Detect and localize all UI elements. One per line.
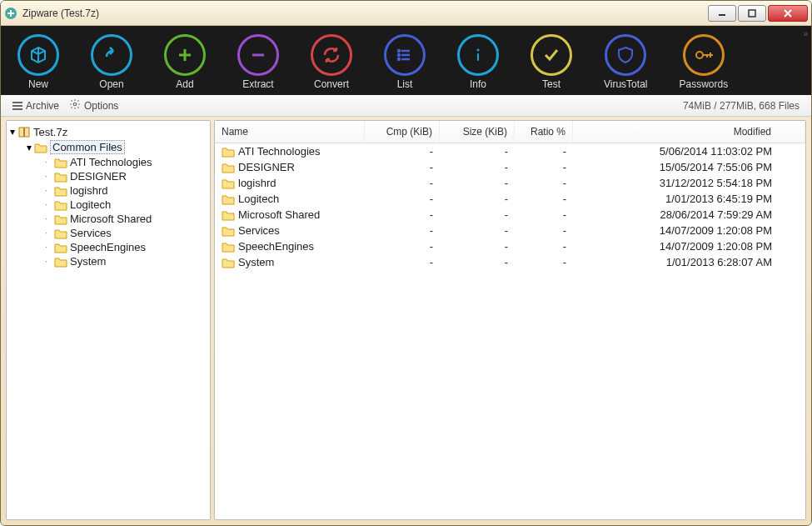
folder-icon — [222, 146, 235, 158]
new-button[interactable]: New — [17, 34, 59, 90]
row-ratio: - — [515, 160, 573, 174]
row-ratio: - — [515, 239, 573, 253]
row-size: - — [440, 208, 515, 222]
list-body[interactable]: ATI Technologies---5/06/2014 11:03:02 PM… — [215, 143, 805, 519]
row-modified: 1/01/2013 6:28:07 AM — [573, 255, 805, 269]
tree-node[interactable]: ·ATI Technologies — [43, 155, 208, 169]
list-row[interactable]: SpeechEngines---14/07/2009 1:20:08 PM — [215, 238, 805, 254]
open-button[interactable]: Open — [91, 34, 132, 90]
row-cmp: - — [365, 208, 440, 222]
archive-menu[interactable]: Archive — [7, 98, 64, 113]
col-header-name[interactable]: Name — [215, 121, 365, 143]
main-toolbar: » New Open Add Extract Convert List Info — [1, 26, 811, 95]
svg-point-4 — [398, 54, 400, 56]
svg-rect-7 — [477, 53, 479, 61]
col-header-ratio[interactable]: Ratio % — [515, 121, 573, 143]
test-button[interactable]: Test — [531, 34, 572, 90]
tree-node[interactable]: ·logishrd — [43, 183, 208, 198]
col-header-size[interactable]: Size (KiB) — [440, 121, 515, 143]
check-icon — [531, 34, 572, 76]
tree-bullet: · — [45, 228, 52, 238]
tree-label: Microsoft Shared — [70, 213, 152, 225]
tree-root[interactable]: ▾ Test.7z — [8, 124, 208, 139]
row-name: ATI Technologies — [238, 145, 321, 158]
virustotal-button[interactable]: VirusTotal — [604, 34, 647, 90]
list-row[interactable]: ATI Technologies---5/06/2014 11:03:02 PM — [215, 143, 805, 159]
list-row[interactable]: Microsoft Shared---28/06/2014 7:59:29 AM — [215, 207, 805, 223]
refresh-icon — [311, 34, 352, 76]
row-ratio: - — [515, 192, 573, 206]
tree-node[interactable]: ·Logitech — [43, 198, 208, 212]
folder-icon — [222, 178, 235, 189]
tree-node[interactable]: ·Services — [43, 226, 208, 240]
content-area: ▾ Test.7z ▾ Common Files ·ATI Technologi… — [1, 117, 811, 525]
svg-point-5 — [398, 58, 400, 60]
options-menu[interactable]: Options — [64, 97, 123, 114]
archive-icon — [17, 125, 31, 138]
svg-point-8 — [696, 52, 703, 58]
add-button[interactable]: Add — [164, 34, 206, 90]
tree-node[interactable]: ·DESIGNER — [43, 169, 208, 183]
extract-button[interactable]: Extract — [237, 34, 279, 90]
row-modified: 28/06/2014 7:59:29 AM — [573, 208, 805, 222]
row-size: - — [440, 223, 515, 238]
col-header-cmp[interactable]: Cmp (KiB) — [365, 121, 440, 143]
row-modified: 15/05/2014 7:55:06 PM — [573, 160, 805, 174]
row-size: - — [440, 239, 515, 253]
row-cmp: - — [365, 239, 440, 253]
close-button[interactable] — [768, 5, 808, 22]
minimize-button[interactable] — [708, 5, 736, 22]
tree-bullet: · — [45, 200, 52, 209]
row-ratio: - — [515, 176, 573, 190]
row-size: - — [440, 144, 515, 158]
folder-icon — [222, 162, 235, 173]
col-header-modified[interactable]: Modified — [573, 121, 805, 143]
convert-button[interactable]: Convert — [311, 34, 352, 90]
list-row[interactable]: System---1/01/2013 6:28:07 AM — [215, 254, 805, 270]
plus-icon — [164, 34, 206, 76]
list-row[interactable]: Services---14/07/2009 1:20:08 PM — [215, 223, 805, 238]
cube-icon — [17, 34, 59, 76]
tree-node-selected[interactable]: ▾ Common Files — [25, 139, 208, 155]
maximize-button[interactable] — [738, 5, 766, 22]
folder-icon — [54, 213, 67, 225]
tree-bullet: · — [45, 257, 52, 266]
row-cmp: - — [365, 176, 440, 190]
tree-panel[interactable]: ▾ Test.7z ▾ Common Files ·ATI Technologi… — [6, 120, 211, 520]
folder-icon — [222, 257, 235, 268]
tree-label: SpeechEngines — [70, 241, 146, 253]
folder-icon — [54, 242, 67, 253]
tree-bullet: · — [45, 214, 52, 223]
row-name: Microsoft Shared — [238, 208, 320, 221]
row-ratio: - — [515, 255, 573, 269]
list-row[interactable]: Logitech---1/01/2013 6:45:19 PM — [215, 191, 805, 207]
tree-bullet: · — [45, 172, 52, 181]
info-button[interactable]: Info — [457, 34, 499, 90]
share-arrow-icon — [91, 34, 132, 76]
folder-icon — [54, 228, 67, 239]
passwords-button[interactable]: Passwords — [679, 34, 728, 90]
app-window: Zipware (Test.7z) » New Open Add Extract… — [0, 0, 812, 526]
list-row[interactable]: DESIGNER---15/05/2014 7:55:06 PM — [215, 159, 805, 175]
svg-point-6 — [477, 49, 480, 52]
folder-icon — [222, 209, 235, 221]
list-row[interactable]: logishrd---31/12/2012 5:54:18 PM — [215, 175, 805, 191]
collapse-icon[interactable]: ▾ — [10, 126, 15, 138]
titlebar[interactable]: Zipware (Test.7z) — [1, 1, 811, 26]
toolbar-expand-icon[interactable]: » — [803, 29, 806, 38]
hamburger-icon — [12, 100, 22, 112]
row-size: - — [440, 160, 515, 174]
row-size: - — [440, 192, 515, 206]
collapse-icon[interactable]: ▾ — [27, 142, 32, 153]
tree-label: ATI Technologies — [70, 156, 152, 168]
tree-node[interactable]: ·SpeechEngines — [43, 240, 208, 254]
folder-icon — [222, 193, 235, 205]
tree-node[interactable]: ·System — [43, 254, 208, 268]
list-button[interactable]: List — [384, 34, 426, 90]
row-modified: 1/01/2013 6:45:19 PM — [573, 192, 805, 206]
list-header: Name Cmp (KiB) Size (KiB) Ratio % Modifi… — [215, 121, 805, 143]
row-modified: 14/07/2009 1:20:08 PM — [573, 239, 805, 253]
svg-point-3 — [398, 50, 400, 52]
row-name: Services — [238, 224, 280, 237]
tree-node[interactable]: ·Microsoft Shared — [43, 212, 208, 226]
